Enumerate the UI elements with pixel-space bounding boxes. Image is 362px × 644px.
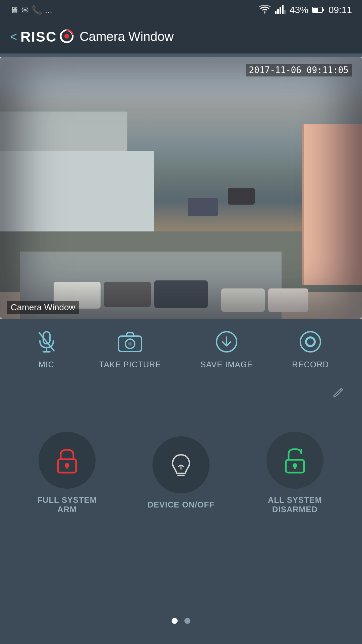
header-divider [0,54,362,57]
wifi-icon [259,4,271,16]
building-left2 [0,151,154,245]
more-icon: ... [45,5,52,15]
car-road-1 [188,198,218,216]
car-5 [268,288,308,312]
battery-percentage: 43% [290,5,308,15]
car-3 [154,280,208,308]
svg-rect-2 [280,7,281,14]
take-picture-button[interactable]: TAKE PICTURE [99,328,161,369]
logo-o-mark [59,29,74,45]
edit-row [0,379,362,406]
camera-feed[interactable]: 2017-11-06 09:11:05 Camera Window [0,57,362,319]
car-road-2 [228,188,255,205]
notification-icon: 🖥 [10,5,19,15]
device-on-off-label: DEVICE ON/OFF [147,500,215,509]
car-4 [221,288,265,312]
save-image-button[interactable]: SAVE IMAGE [200,328,253,369]
device-on-off-circle [153,436,209,493]
status-bar-left: 🖥 ✉ 📞 ... [10,5,52,15]
all-system-disarmed-button[interactable]: ALL SYSTEM DISARMED [261,432,328,514]
battery-icon [312,5,324,15]
svg-rect-3 [282,5,284,14]
app-logo: RISC [20,29,74,45]
svg-point-16 [128,342,132,346]
full-system-arm-label: FULL SYSTEM ARM [34,495,101,514]
svg-rect-0 [275,11,277,14]
mic-label: MIC [39,360,54,369]
page-dot-2[interactable] [184,618,190,624]
page-dots [0,611,362,631]
all-system-disarmed-circle [266,432,323,489]
svg-rect-4 [284,10,286,14]
svg-point-20 [307,338,314,345]
building-right [302,124,362,285]
page-dot-1[interactable] [172,618,178,624]
mic-button[interactable]: MIC [33,328,60,369]
record-icon [297,328,324,355]
spacer1 [0,406,362,416]
camera-label: Camera Window [7,301,79,314]
signal-icon [275,4,286,16]
camera-icon [117,328,143,355]
logo-text: RISC [20,29,57,45]
camera-timestamp: 2017-11-06 09:11:05 [246,64,352,76]
all-system-disarmed-label: ALL SYSTEM DISARMED [261,495,328,514]
controls-bar: MIC TAKE PICTURE SAVE IMAGE [0,319,362,379]
svg-rect-7 [313,8,318,12]
svg-rect-23 [66,465,68,469]
save-image-label: SAVE IMAGE [200,360,253,369]
record-label: RECORD [292,360,329,369]
full-system-arm-circle [39,432,96,489]
email-icon: ✉ [21,5,29,15]
status-bar: 🖥 ✉ 📞 ... 43% [0,0,362,20]
app-header: < RISC Camera Window [0,20,362,54]
svg-point-9 [64,34,69,39]
full-system-arm-button[interactable]: FULL SYSTEM ARM [34,432,101,514]
back-button[interactable]: < [10,30,17,44]
action-buttons: FULL SYSTEM ARM DEVICE ON/OFF [0,416,362,537]
time-display: 09:11 [328,5,352,15]
save-icon [213,328,240,355]
edit-icon[interactable] [332,386,345,402]
page-title: Camera Window [79,30,174,44]
take-picture-label: TAKE PICTURE [99,360,161,369]
svg-rect-1 [277,9,279,14]
status-bar-right: 43% 09:11 [259,4,352,16]
svg-rect-6 [322,9,324,11]
mic-off-icon [33,328,60,355]
svg-rect-29 [294,466,296,469]
camera-background: 2017-11-06 09:11:05 Camera Window [0,57,362,319]
device-on-off-button[interactable]: DEVICE ON/OFF [147,436,215,509]
car-2 [104,282,151,307]
record-button[interactable]: RECORD [292,328,329,369]
phone-icon: 📞 [32,5,42,15]
